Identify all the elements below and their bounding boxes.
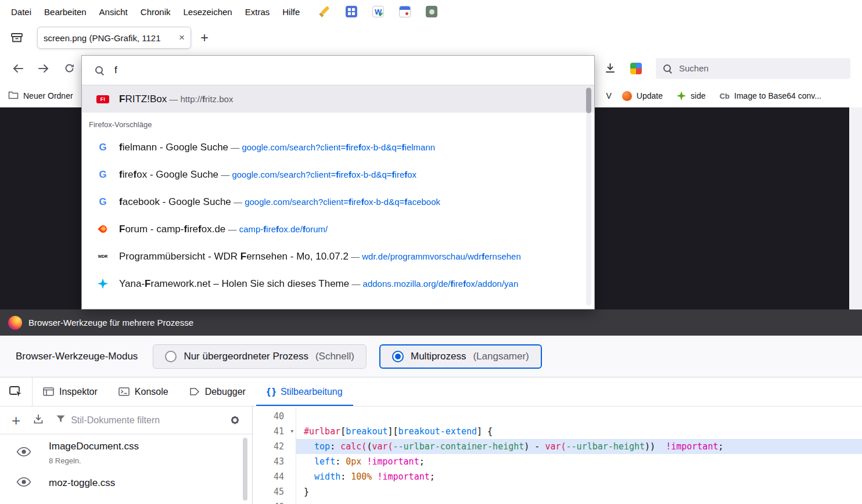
styleeditor-toolbar: + Stil-Dokumente filtern bbox=[0, 406, 252, 434]
menu-bearbeiten[interactable]: Bearbeiten bbox=[38, 4, 93, 20]
grammar-check-icon[interactable] bbox=[372, 6, 384, 17]
radio-icon[interactable] bbox=[392, 351, 404, 362]
mode-option-multiprocess[interactable]: Multiprozess (Langsamer) bbox=[379, 344, 542, 369]
menu-chronik[interactable]: Chronik bbox=[134, 4, 177, 20]
back-button[interactable] bbox=[7, 58, 29, 79]
radio-icon[interactable] bbox=[165, 351, 177, 362]
calendar-icon[interactable] bbox=[399, 6, 411, 17]
tab-debugger[interactable]: Debugger bbox=[179, 377, 256, 406]
downloads-button[interactable] bbox=[599, 58, 621, 79]
top-result-row[interactable]: F! FRITZ!Box — http://fritz.box bbox=[82, 85, 594, 113]
suggestion-url: addons.mozilla.org/de/firefox/addon/yan bbox=[363, 279, 519, 289]
mode-option-parent-process[interactable]: Nur übergeordneter Prozess (Schnell) bbox=[153, 344, 367, 369]
google-icon: G bbox=[99, 196, 106, 208]
browser-toolbox-window: Browser-Werkzeuge für mehrere Prozesse B… bbox=[0, 309, 862, 504]
tab-bar: screen.png (PNG-Grafik, 1121 × + bbox=[0, 23, 862, 52]
bookmark-update[interactable]: Update bbox=[622, 91, 663, 101]
code-text bbox=[296, 499, 862, 504]
capture-icon[interactable] bbox=[426, 6, 437, 17]
code-line-42[interactable]: 42 top: calc((var(--urlbar-container-hei… bbox=[253, 439, 862, 454]
menu-ansicht[interactable]: Ansicht bbox=[93, 4, 134, 20]
visibility-eye-icon[interactable] bbox=[16, 477, 31, 489]
import-style-sheet-button[interactable] bbox=[33, 414, 44, 427]
suggestion-row[interactable]: Gfacebook - Google Suche — google.com/se… bbox=[82, 188, 594, 215]
leaf-icon bbox=[677, 91, 686, 100]
urlbar-popup: f F! FRITZ!Box — http://fritz.box Firefo… bbox=[81, 55, 595, 309]
bookmark-cut-label[interactable]: V bbox=[606, 91, 612, 100]
style-sheet-item[interactable]: moz-toggle.css bbox=[0, 471, 252, 495]
mode-label: Browser-Werkzeuge-Modus bbox=[16, 351, 138, 362]
line-number: 41▾ bbox=[253, 424, 296, 439]
sidebar-scrollbar[interactable] bbox=[243, 438, 247, 501]
forward-button[interactable] bbox=[33, 58, 55, 79]
new-tab-button[interactable]: + bbox=[200, 31, 209, 45]
line-number: 43 bbox=[253, 454, 296, 469]
suggestion-row[interactable]: Gfirefox - Google Suche — google.com/sea… bbox=[82, 161, 594, 188]
suggestion-title: Forum - camp-firefox.de bbox=[119, 224, 225, 235]
pick-element-button[interactable] bbox=[0, 377, 33, 406]
search-bar[interactable]: Suchen bbox=[656, 58, 850, 79]
suggestion-row[interactable]: Gfielmann - Google Suche — google.com/se… bbox=[82, 134, 594, 161]
filter-input[interactable]: Stil-Dokumente filtern bbox=[56, 415, 217, 426]
tab-screen-png[interactable]: screen.png (PNG-Grafik, 1121 × bbox=[37, 27, 191, 49]
code-editor[interactable]: 4041▾#urlbar[breakout][breakout-extend] … bbox=[253, 406, 862, 504]
tab-label: Inspektor bbox=[59, 387, 98, 397]
filter-placeholder: Stil-Dokumente filtern bbox=[71, 415, 160, 426]
search-icon bbox=[663, 64, 672, 73]
funnel-icon bbox=[56, 415, 65, 426]
code-line-40[interactable]: 40 bbox=[253, 409, 862, 424]
menu-datei[interactable]: Datei bbox=[5, 4, 38, 20]
fold-arrow-icon[interactable]: ▾ bbox=[290, 424, 294, 439]
tab-label: Konsole bbox=[135, 387, 168, 397]
style-sheet-list: ImageDocument.css8 Regeln.moz-toggle.css bbox=[0, 434, 252, 504]
menu-extras[interactable]: Extras bbox=[239, 4, 276, 20]
menu-lesezeichen[interactable]: Lesezeichen bbox=[177, 4, 238, 20]
sheet-info: 8 Regeln. bbox=[49, 456, 139, 465]
menu-hilfe[interactable]: Hilfe bbox=[276, 4, 306, 20]
tab-stilbearbeitung[interactable]: Stilbearbeitung bbox=[256, 377, 353, 406]
suggestion-url: camp-firefox.de/forum/ bbox=[239, 224, 328, 234]
inspector-icon bbox=[43, 387, 54, 396]
apps-grid-icon[interactable] bbox=[346, 6, 357, 17]
reload-button[interactable] bbox=[58, 58, 80, 79]
bookmark-cb[interactable]: CbImage to Base64 conv... bbox=[720, 91, 821, 100]
suggestion-row[interactable]: Forum - camp-firefox.de — camp-firefox.d… bbox=[82, 215, 594, 243]
highlighter-icon[interactable] bbox=[319, 6, 331, 17]
code-line-44[interactable]: 44 width: 100% !important; bbox=[253, 469, 862, 484]
new-style-sheet-button[interactable]: + bbox=[12, 413, 20, 428]
folder-icon bbox=[8, 91, 19, 101]
suggestion-row[interactable]: WDRProgrammübersicht - WDR Fernsehen - M… bbox=[82, 243, 594, 270]
code-line-45[interactable]: 45} bbox=[253, 484, 862, 499]
popup-scrollbar-thumb[interactable] bbox=[586, 88, 591, 113]
search-icon bbox=[95, 66, 104, 75]
extension-mosaic-icon[interactable] bbox=[630, 63, 642, 74]
code-line-43[interactable]: 43 left: 0px !important; bbox=[253, 454, 862, 469]
debugger-icon bbox=[189, 387, 200, 396]
visibility-eye-icon[interactable] bbox=[16, 447, 31, 459]
code-text: } bbox=[296, 484, 862, 499]
firefox-window: DateiBearbeitenAnsichtChronikLesezeichen… bbox=[0, 0, 862, 309]
tab-archive-icon[interactable] bbox=[8, 29, 26, 46]
suggestion-url: google.com/search?client=firefox-b-d&q=f… bbox=[232, 170, 416, 179]
tab-konsole[interactable]: Konsole bbox=[108, 377, 179, 406]
separator: — bbox=[231, 197, 245, 207]
tab-inspektor[interactable]: Inspektor bbox=[33, 377, 108, 406]
suggestion-title: facebook - Google Suche bbox=[119, 196, 231, 207]
popup-scrollbar[interactable] bbox=[586, 88, 591, 305]
tab-close-icon[interactable]: × bbox=[179, 32, 185, 44]
page-scrollbar[interactable] bbox=[849, 107, 862, 309]
style-sheet-item[interactable]: ImageDocument.css8 Regeln. bbox=[0, 434, 252, 471]
code-line-46[interactable]: 46 bbox=[253, 499, 862, 504]
suggestion-row[interactable]: Yana-Framework.net – Holen Sie sich dies… bbox=[82, 270, 594, 297]
bookmark-leaf[interactable]: side bbox=[677, 91, 706, 100]
tab-title: screen.png (PNG-Grafik, 1121 bbox=[44, 33, 174, 43]
urlbar-input-row[interactable]: f bbox=[82, 56, 594, 85]
code-line-41[interactable]: 41▾#urlbar[breakout][breakout-extend] { bbox=[253, 424, 862, 439]
bookmark-label: Image to Base64 conv... bbox=[734, 91, 821, 100]
urlbar-results: F! FRITZ!Box — http://fritz.box Firefox-… bbox=[82, 85, 594, 309]
suggestion-url: google.com/search?client=firefox-b-d&q=f… bbox=[242, 142, 435, 152]
options-gear-icon[interactable] bbox=[229, 415, 240, 426]
bookmark-label: Update bbox=[637, 91, 663, 100]
bookmark-folder[interactable]: Neuer Ordner bbox=[8, 91, 73, 101]
firefox-logo-icon bbox=[8, 316, 22, 330]
